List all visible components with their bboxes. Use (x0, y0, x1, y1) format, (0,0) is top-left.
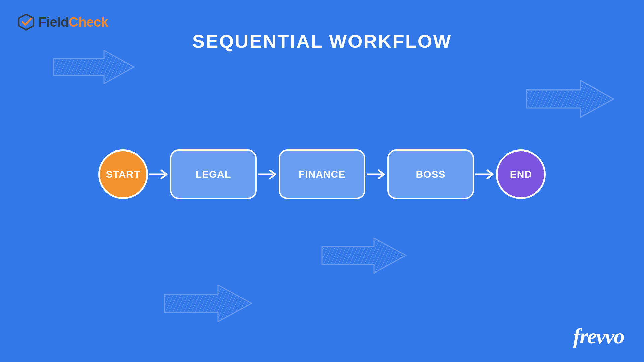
workflow-start-label: START (106, 169, 141, 180)
decorative-arrow-icon (161, 282, 255, 325)
flow-arrow-icon (365, 168, 387, 181)
fieldcheck-logo: FieldCheck (17, 13, 108, 31)
workflow-step-label: BOSS (416, 169, 445, 180)
fieldcheck-hex-icon (17, 13, 35, 31)
workflow-step-label: LEGAL (196, 169, 231, 180)
decorative-arrow-icon (523, 77, 617, 121)
workflow-start-node: START (98, 149, 148, 199)
decorative-arrow-icon (50, 47, 138, 87)
flow-arrow-icon (474, 168, 496, 181)
flow-arrow-icon (148, 168, 170, 181)
fieldcheck-wordmark: FieldCheck (38, 15, 108, 30)
flow-arrow-icon (257, 168, 279, 181)
svg-marker-0 (19, 14, 34, 30)
workflow-row: START LEGAL FINANCE BOSS END (0, 149, 644, 199)
fieldcheck-word-a: Field (38, 15, 69, 29)
workflow-step-node: LEGAL (170, 149, 257, 199)
workflow-step-node: BOSS (387, 149, 474, 199)
workflow-step-node: FINANCE (279, 149, 365, 199)
workflow-step-label: FINANCE (299, 169, 345, 180)
workflow-end-node: END (496, 149, 546, 199)
workflow-end-label: END (510, 169, 532, 180)
frevvo-logo: frevvo (573, 324, 624, 349)
decorative-arrow-icon (319, 235, 409, 277)
fieldcheck-word-b: Check (69, 15, 108, 29)
